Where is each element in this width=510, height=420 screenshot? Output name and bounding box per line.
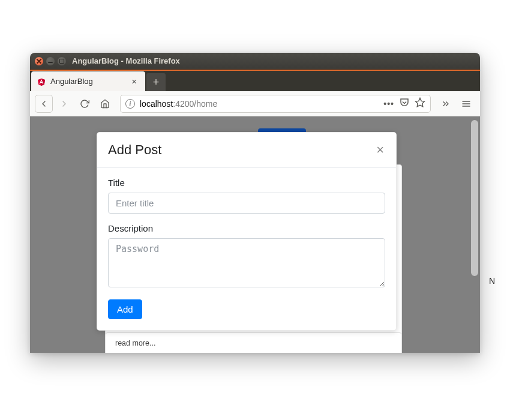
site-info-icon[interactable]: i <box>125 99 135 109</box>
overflow-menu-button[interactable] <box>437 95 455 113</box>
window-minimize-button[interactable] <box>46 57 55 65</box>
url-text: localhost:4200/home <box>140 99 217 109</box>
reload-button[interactable] <box>76 95 94 113</box>
page-actions-button[interactable]: ••• <box>383 99 394 109</box>
window-titlebar: AngularBlog - Mozilla Firefox <box>30 53 480 70</box>
title-label: Title <box>108 178 385 188</box>
address-bar[interactable]: i localhost:4200/home ••• <box>120 95 431 113</box>
new-tab-button[interactable]: + <box>146 73 166 91</box>
modal-header: Add Post × <box>97 133 396 168</box>
description-textarea[interactable] <box>108 238 385 287</box>
description-label: Description <box>108 223 385 233</box>
add-button[interactable]: Add <box>108 299 142 319</box>
cropped-overflow-text: N <box>489 276 495 286</box>
modal-body: Title Description Add <box>97 168 396 330</box>
firefox-window: AngularBlog - Mozilla Firefox AngularBlo… <box>30 53 480 353</box>
page-viewport: read more... Add Post × Title Descrip <box>30 116 480 353</box>
angular-favicon-icon <box>37 77 46 86</box>
home-button[interactable] <box>96 95 114 113</box>
title-input[interactable] <box>108 193 385 214</box>
tab-strip: AngularBlog × + <box>30 70 480 91</box>
browser-tab[interactable]: AngularBlog × <box>31 71 145 91</box>
scrollbar-thumb[interactable] <box>471 120 478 276</box>
modal-close-button[interactable]: × <box>375 143 385 157</box>
tab-close-button[interactable]: × <box>129 77 139 86</box>
nav-toolbar: i localhost:4200/home ••• <box>30 91 480 116</box>
svg-marker-2 <box>416 98 425 107</box>
post-card-readmore[interactable]: read more... <box>105 332 402 353</box>
pocket-icon[interactable] <box>399 97 410 110</box>
back-button[interactable] <box>35 95 53 113</box>
window-maximize-button[interactable] <box>58 57 66 65</box>
forward-button[interactable] <box>55 95 73 113</box>
scrollbar[interactable] <box>471 120 478 349</box>
window-close-button[interactable] <box>35 57 43 65</box>
tab-title: AngularBlog <box>50 77 93 86</box>
read-more-link[interactable]: read more... <box>115 339 155 347</box>
add-post-modal: Add Post × Title Description Add <box>97 132 397 331</box>
hamburger-menu-button[interactable] <box>457 95 475 113</box>
bookmark-star-icon[interactable] <box>415 97 425 110</box>
modal-title: Add Post <box>108 142 161 158</box>
window-title: AngularBlog - Mozilla Firefox <box>72 56 180 65</box>
